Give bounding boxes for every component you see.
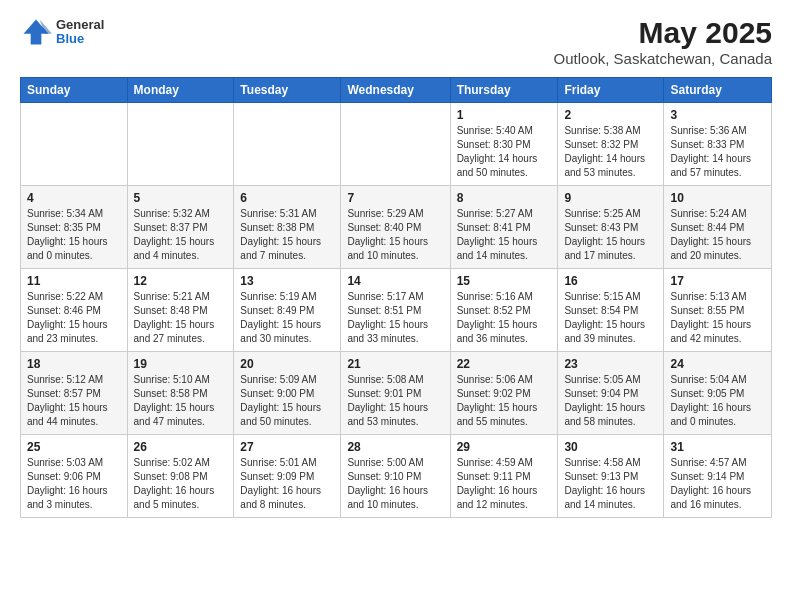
header: General Blue May 2025 Outlook, Saskatche… [20,16,772,67]
page: General Blue May 2025 Outlook, Saskatche… [0,0,792,534]
day-number: 2 [564,108,657,122]
day-cell [234,103,341,186]
day-number: 5 [134,191,228,205]
day-info: Sunrise: 5:15 AM Sunset: 8:54 PM Dayligh… [564,290,657,346]
day-number: 28 [347,440,443,454]
day-cell: 3Sunrise: 5:36 AM Sunset: 8:33 PM Daylig… [664,103,772,186]
day-info: Sunrise: 5:05 AM Sunset: 9:04 PM Dayligh… [564,373,657,429]
header-row: SundayMondayTuesdayWednesdayThursdayFrid… [21,78,772,103]
day-number: 15 [457,274,552,288]
day-cell: 29Sunrise: 4:59 AM Sunset: 9:11 PM Dayli… [450,435,558,518]
day-number: 6 [240,191,334,205]
day-cell: 6Sunrise: 5:31 AM Sunset: 8:38 PM Daylig… [234,186,341,269]
day-number: 24 [670,357,765,371]
day-cell: 1Sunrise: 5:40 AM Sunset: 8:30 PM Daylig… [450,103,558,186]
day-cell: 20Sunrise: 5:09 AM Sunset: 9:00 PM Dayli… [234,352,341,435]
day-cell: 11Sunrise: 5:22 AM Sunset: 8:46 PM Dayli… [21,269,128,352]
day-number: 12 [134,274,228,288]
day-cell: 17Sunrise: 5:13 AM Sunset: 8:55 PM Dayli… [664,269,772,352]
day-info: Sunrise: 5:09 AM Sunset: 9:00 PM Dayligh… [240,373,334,429]
day-info: Sunrise: 5:24 AM Sunset: 8:44 PM Dayligh… [670,207,765,263]
logo-text: General Blue [56,18,104,47]
day-cell: 26Sunrise: 5:02 AM Sunset: 9:08 PM Dayli… [127,435,234,518]
day-number: 7 [347,191,443,205]
calendar-title: May 2025 [554,16,772,50]
day-cell: 27Sunrise: 5:01 AM Sunset: 9:09 PM Dayli… [234,435,341,518]
day-info: Sunrise: 5:36 AM Sunset: 8:33 PM Dayligh… [670,124,765,180]
day-number: 31 [670,440,765,454]
day-header-saturday: Saturday [664,78,772,103]
day-info: Sunrise: 4:59 AM Sunset: 9:11 PM Dayligh… [457,456,552,512]
day-info: Sunrise: 5:10 AM Sunset: 8:58 PM Dayligh… [134,373,228,429]
week-row-2: 4Sunrise: 5:34 AM Sunset: 8:35 PM Daylig… [21,186,772,269]
day-cell: 25Sunrise: 5:03 AM Sunset: 9:06 PM Dayli… [21,435,128,518]
day-info: Sunrise: 5:02 AM Sunset: 9:08 PM Dayligh… [134,456,228,512]
day-header-thursday: Thursday [450,78,558,103]
day-cell [21,103,128,186]
day-info: Sunrise: 5:17 AM Sunset: 8:51 PM Dayligh… [347,290,443,346]
day-cell: 5Sunrise: 5:32 AM Sunset: 8:37 PM Daylig… [127,186,234,269]
day-cell: 19Sunrise: 5:10 AM Sunset: 8:58 PM Dayli… [127,352,234,435]
day-cell: 9Sunrise: 5:25 AM Sunset: 8:43 PM Daylig… [558,186,664,269]
day-info: Sunrise: 5:12 AM Sunset: 8:57 PM Dayligh… [27,373,121,429]
day-cell: 23Sunrise: 5:05 AM Sunset: 9:04 PM Dayli… [558,352,664,435]
logo-blue: Blue [56,32,104,46]
day-info: Sunrise: 5:16 AM Sunset: 8:52 PM Dayligh… [457,290,552,346]
day-info: Sunrise: 5:34 AM Sunset: 8:35 PM Dayligh… [27,207,121,263]
day-info: Sunrise: 5:40 AM Sunset: 8:30 PM Dayligh… [457,124,552,180]
day-info: Sunrise: 5:38 AM Sunset: 8:32 PM Dayligh… [564,124,657,180]
day-cell: 7Sunrise: 5:29 AM Sunset: 8:40 PM Daylig… [341,186,450,269]
day-number: 20 [240,357,334,371]
day-number: 23 [564,357,657,371]
day-info: Sunrise: 4:58 AM Sunset: 9:13 PM Dayligh… [564,456,657,512]
day-info: Sunrise: 5:22 AM Sunset: 8:46 PM Dayligh… [27,290,121,346]
day-info: Sunrise: 5:06 AM Sunset: 9:02 PM Dayligh… [457,373,552,429]
day-info: Sunrise: 5:03 AM Sunset: 9:06 PM Dayligh… [27,456,121,512]
day-info: Sunrise: 5:25 AM Sunset: 8:43 PM Dayligh… [564,207,657,263]
logo-icon [20,16,52,48]
day-header-wednesday: Wednesday [341,78,450,103]
day-cell: 31Sunrise: 4:57 AM Sunset: 9:14 PM Dayli… [664,435,772,518]
day-cell: 30Sunrise: 4:58 AM Sunset: 9:13 PM Dayli… [558,435,664,518]
day-info: Sunrise: 5:27 AM Sunset: 8:41 PM Dayligh… [457,207,552,263]
day-number: 13 [240,274,334,288]
week-row-3: 11Sunrise: 5:22 AM Sunset: 8:46 PM Dayli… [21,269,772,352]
day-number: 1 [457,108,552,122]
week-row-1: 1Sunrise: 5:40 AM Sunset: 8:30 PM Daylig… [21,103,772,186]
day-number: 17 [670,274,765,288]
day-number: 8 [457,191,552,205]
week-row-4: 18Sunrise: 5:12 AM Sunset: 8:57 PM Dayli… [21,352,772,435]
day-number: 26 [134,440,228,454]
day-number: 9 [564,191,657,205]
day-cell: 2Sunrise: 5:38 AM Sunset: 8:32 PM Daylig… [558,103,664,186]
day-number: 3 [670,108,765,122]
day-cell: 15Sunrise: 5:16 AM Sunset: 8:52 PM Dayli… [450,269,558,352]
day-cell: 12Sunrise: 5:21 AM Sunset: 8:48 PM Dayli… [127,269,234,352]
day-cell: 22Sunrise: 5:06 AM Sunset: 9:02 PM Dayli… [450,352,558,435]
logo: General Blue [20,16,104,48]
day-number: 29 [457,440,552,454]
day-info: Sunrise: 5:19 AM Sunset: 8:49 PM Dayligh… [240,290,334,346]
day-cell: 4Sunrise: 5:34 AM Sunset: 8:35 PM Daylig… [21,186,128,269]
day-number: 4 [27,191,121,205]
day-header-sunday: Sunday [21,78,128,103]
day-number: 27 [240,440,334,454]
day-cell: 28Sunrise: 5:00 AM Sunset: 9:10 PM Dayli… [341,435,450,518]
title-area: May 2025 Outlook, Saskatchewan, Canada [554,16,772,67]
day-cell [341,103,450,186]
day-number: 22 [457,357,552,371]
day-cell: 10Sunrise: 5:24 AM Sunset: 8:44 PM Dayli… [664,186,772,269]
day-number: 11 [27,274,121,288]
day-header-monday: Monday [127,78,234,103]
day-info: Sunrise: 5:08 AM Sunset: 9:01 PM Dayligh… [347,373,443,429]
day-info: Sunrise: 5:31 AM Sunset: 8:38 PM Dayligh… [240,207,334,263]
day-info: Sunrise: 5:04 AM Sunset: 9:05 PM Dayligh… [670,373,765,429]
day-cell [127,103,234,186]
day-cell: 18Sunrise: 5:12 AM Sunset: 8:57 PM Dayli… [21,352,128,435]
day-number: 10 [670,191,765,205]
day-number: 14 [347,274,443,288]
day-cell: 24Sunrise: 5:04 AM Sunset: 9:05 PM Dayli… [664,352,772,435]
day-cell: 13Sunrise: 5:19 AM Sunset: 8:49 PM Dayli… [234,269,341,352]
day-cell: 16Sunrise: 5:15 AM Sunset: 8:54 PM Dayli… [558,269,664,352]
day-cell: 8Sunrise: 5:27 AM Sunset: 8:41 PM Daylig… [450,186,558,269]
